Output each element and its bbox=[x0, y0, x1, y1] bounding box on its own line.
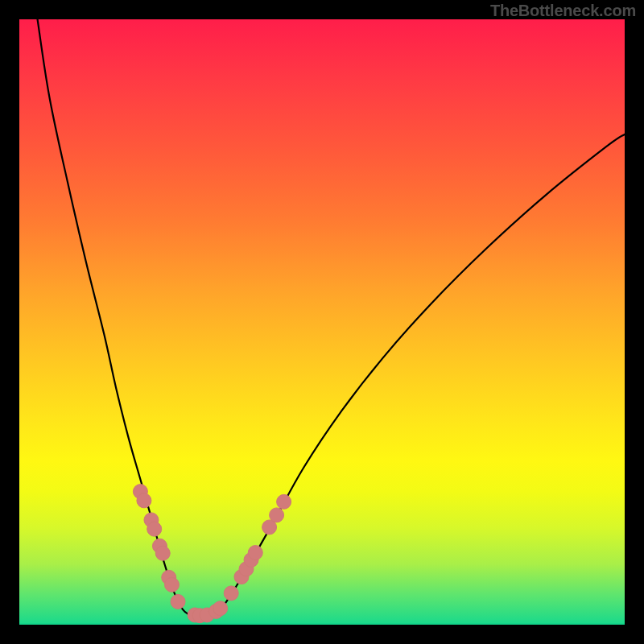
data-marker bbox=[171, 594, 185, 609]
data-marker bbox=[165, 577, 180, 592]
data-marker bbox=[155, 546, 170, 560]
data-marker bbox=[213, 601, 228, 616]
data-marker bbox=[224, 586, 238, 601]
data-marker bbox=[152, 539, 167, 553]
data-marker bbox=[133, 485, 147, 499]
data-marker bbox=[200, 608, 214, 622]
data-marker bbox=[234, 570, 249, 584]
plot-svg bbox=[19, 19, 625, 625]
data-marker bbox=[147, 522, 162, 536]
data-marker bbox=[262, 520, 277, 535]
data-marker bbox=[137, 493, 151, 508]
data-marker bbox=[270, 508, 284, 522]
data-marker bbox=[144, 513, 159, 527]
data-marker bbox=[239, 562, 254, 576]
data-marker bbox=[192, 609, 207, 623]
data-marker bbox=[248, 546, 262, 560]
data-marker bbox=[208, 604, 223, 618]
data-marker bbox=[162, 570, 176, 584]
chart-stage: TheBottleneck.com bbox=[0, 0, 644, 644]
data-marker bbox=[244, 553, 258, 568]
bottleneck-curve bbox=[38, 19, 625, 616]
plot-area bbox=[19, 19, 625, 625]
data-marker bbox=[277, 494, 291, 509]
data-marker bbox=[188, 608, 202, 622]
watermark-text: TheBottleneck.com bbox=[490, 2, 636, 20]
baseline-band bbox=[19, 623, 625, 625]
